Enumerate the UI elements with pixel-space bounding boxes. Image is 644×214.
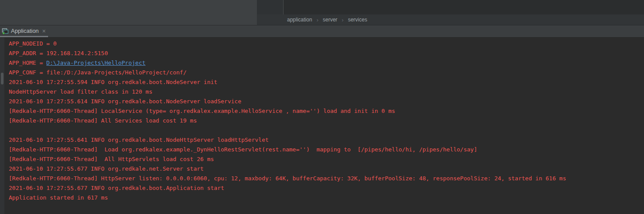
- console-text: Application started in 617 ms: [9, 194, 108, 201]
- console-line: 2021-06-10 17:27:55.641 INFO org.redkale…: [9, 135, 644, 145]
- console-line: [Redkale-HTTP:6060-Thread] All Services …: [9, 116, 644, 126]
- chevron-right-icon: ›: [342, 17, 343, 23]
- console-line: [9, 126, 644, 135]
- console-text: 2021-06-10 17:27:55.594 INFO org.redkale…: [9, 79, 217, 85]
- console-line: [Redkale-HTTP:6060-Thread] HttpServer li…: [9, 174, 644, 183]
- breadcrumb: application › server › services: [257, 14, 644, 25]
- console-file-link[interactable]: D:\Java-Projects\HelloProject: [46, 60, 145, 66]
- console-text: [Redkale-HTTP:6060-Thread] LocalService …: [9, 108, 395, 114]
- editor-split-pane: [257, 0, 283, 14]
- console-text: APP_CONF = file:/D:/Java-Projects/HelloP…: [9, 69, 187, 76]
- console-line: 2021-06-10 17:27:55.677 INFO org.redkale…: [9, 164, 644, 174]
- console-text: [Redkale-HTTP:6060-Thread] All Services …: [9, 117, 197, 124]
- console-line: 2021-06-10 17:27:55.677 INFO org.redkale…: [9, 183, 644, 193]
- run-toolwindow-tabbar: Application ×: [0, 25, 644, 37]
- console-text: [Redkale-HTTP:6060-Thread] Load org.redk…: [9, 146, 477, 153]
- console-line: APP_HOME = D:\Java-Projects\HelloProject: [9, 58, 644, 68]
- console-line: Application started in 617 ms: [9, 193, 644, 203]
- console-text: 2021-06-10 17:27:55.677 INFO org.redkale…: [9, 165, 204, 172]
- breadcrumb-item-server[interactable]: server: [323, 17, 337, 23]
- console-panel: APP_NODEID = 0APP_ADDR = 192.168.124.2:5…: [0, 37, 644, 214]
- console-gutter: [0, 38, 4, 214]
- breadcrumb-item-application[interactable]: application: [287, 17, 312, 23]
- console-line: APP_CONF = file:/D:/Java-Projects/HelloP…: [9, 68, 644, 77]
- run-console-icon: [2, 28, 9, 35]
- console-text: APP_NODEID = 0: [9, 40, 57, 47]
- console-line: APP_ADDR = 192.168.124.2:5150: [9, 49, 644, 58]
- tab-application[interactable]: Application ×: [0, 26, 46, 36]
- console-text: NodeHttpServer load filter class in 120 …: [9, 88, 152, 95]
- editor-right-pane: [284, 0, 644, 14]
- tab-application-label: Application: [11, 28, 39, 34]
- console-line: 2021-06-10 17:27:55.594 INFO org.redkale…: [9, 77, 644, 87]
- breadcrumb-item-services[interactable]: services: [348, 17, 367, 23]
- close-icon[interactable]: ×: [42, 28, 46, 35]
- console-line: [Redkale-HTTP:6060-Thread] LocalService …: [9, 106, 644, 116]
- console-output: APP_NODEID = 0APP_ADDR = 192.168.124.2:5…: [9, 39, 644, 214]
- console-line: NodeHttpServer load filter class in 120 …: [9, 87, 644, 97]
- console-text: 2021-06-10 17:27:55.677 INFO org.redkale…: [9, 185, 224, 191]
- console-text: [Redkale-HTTP:6060-Thread] HttpServer li…: [9, 175, 566, 182]
- console-text: APP_ADDR = 192.168.124.2:5150: [9, 50, 108, 56]
- editor-left-pane: [0, 0, 257, 25]
- console-line: 2021-06-10 17:27:55.614 INFO org.redkale…: [9, 97, 644, 106]
- console-scrollbar-thumb[interactable]: [1, 73, 3, 84]
- console-text: 2021-06-10 17:27:55.641 INFO org.redkale…: [9, 137, 269, 143]
- console-line: APP_NODEID = 0: [9, 39, 644, 49]
- console-text: APP_HOME =: [9, 60, 46, 66]
- console-line: [Redkale-HTTP:6060-Thread] All HttpServl…: [9, 154, 644, 164]
- chevron-right-icon: ›: [316, 17, 318, 23]
- console-text: 2021-06-10 17:27:55.614 INFO org.redkale…: [9, 98, 241, 105]
- console-text: [Redkale-HTTP:6060-Thread] All HttpServl…: [9, 156, 214, 162]
- console-line: [Redkale-HTTP:6060-Thread] Load org.redk…: [9, 145, 644, 154]
